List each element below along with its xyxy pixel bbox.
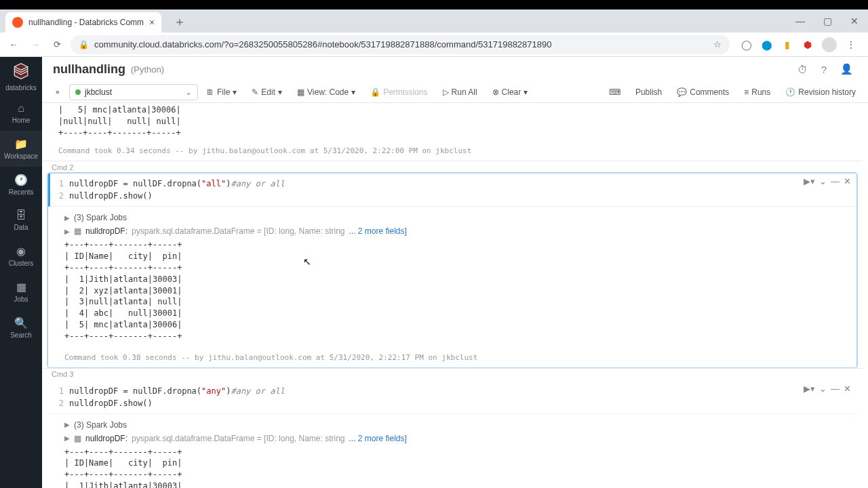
minimize-cell-icon[interactable]: — xyxy=(831,176,840,186)
tab-title: nullhandling - Databricks Comm xyxy=(28,18,144,27)
databricks-logo[interactable] xyxy=(12,62,30,81)
table-icon: ▦ xyxy=(74,226,81,236)
ext-icon-hp[interactable]: ⬤ xyxy=(761,39,773,51)
reload-button[interactable]: ⟳ xyxy=(49,37,65,53)
database-icon: 🗄 xyxy=(16,209,26,222)
run-cell-icon[interactable]: ▶▾ xyxy=(804,176,815,186)
line-gutter: 12 xyxy=(50,178,69,202)
revision-history-button[interactable]: 🕐 Revision history xyxy=(778,84,863,100)
tab-close-icon[interactable]: × xyxy=(149,17,155,28)
cluster-name: jkbclust xyxy=(85,87,112,97)
sidebar-item-search[interactable]: 🔍Search xyxy=(0,310,42,346)
clock-icon: 🕐 xyxy=(14,174,28,186)
close-cell-icon[interactable]: ✕ xyxy=(844,384,851,394)
sidebar-item-data[interactable]: 🗄Data xyxy=(0,203,42,238)
spark-jobs-toggle[interactable]: ▶(3) Spark Jobs xyxy=(48,211,856,224)
cluster-status-dot xyxy=(75,89,81,95)
triangle-right-icon: ▶ xyxy=(64,214,70,222)
maximize-button[interactable]: ▢ xyxy=(814,12,841,30)
output-section-cmd3: ▶(3) Spark Jobs ▶ ▦ nulldropDF: pyspark.… xyxy=(48,414,856,488)
sidebar-item-home[interactable]: ⌂Home xyxy=(0,96,42,131)
help-icon[interactable]: ? xyxy=(817,64,831,75)
url-text: community.cloud.databricks.com/?o=268325… xyxy=(94,39,551,49)
bookmark-icon[interactable]: ☆ xyxy=(713,39,722,49)
code-editor[interactable]: nulldropDF = nullDF.dropna("any")#any or… xyxy=(69,385,856,409)
view-menu[interactable]: ▦ View: Code ▾ xyxy=(290,84,362,100)
table-icon: ▦ xyxy=(74,434,81,443)
dataframe-info[interactable]: ▶ ▦ nulldropDF: pyspark.sql.dataframe.Da… xyxy=(48,224,856,238)
run-cell-icon[interactable]: ▶▾ xyxy=(804,384,815,394)
triangle-right-icon: ▶ xyxy=(64,434,70,442)
notebook-title: nullhandling xyxy=(53,62,125,77)
tab-bar: nullhandling - Databricks Comm × ＋ — ▢ ✕ xyxy=(0,9,868,33)
cluster-selector[interactable]: jkbclust ⌄ xyxy=(69,84,198,100)
edit-menu[interactable]: ✎ Edit ▾ xyxy=(245,84,289,100)
cmd-label-2: Cmd 2 xyxy=(42,161,863,173)
url-input[interactable]: 🔒 community.cloud.databricks.com/?o=2683… xyxy=(71,35,730,54)
code-editor[interactable]: nulldropDF = nullDF.dropna("all")#any or… xyxy=(69,178,856,202)
runs-button[interactable]: ≡ Runs xyxy=(737,84,777,100)
schedule-icon[interactable]: ⏱ xyxy=(793,64,812,75)
expand-cell-icon[interactable]: ⌄ xyxy=(819,176,827,186)
comments-button[interactable]: 💬 Comments xyxy=(670,84,736,100)
run-all-button[interactable]: ▷ Run All xyxy=(436,84,484,100)
triangle-right-icon: ▶ xyxy=(64,228,70,235)
brand-label: databricks xyxy=(5,84,37,92)
ext-icon-3[interactable]: ▮ xyxy=(781,39,793,51)
search-icon: 🔍 xyxy=(14,317,28,329)
sidebar-item-clusters[interactable]: ◉Clusters xyxy=(0,238,42,274)
sidebar-item-workspace[interactable]: 📁Workspace xyxy=(0,131,42,167)
cluster-icon: ◉ xyxy=(16,245,26,258)
lock-icon: 🔒 xyxy=(79,40,89,49)
cmd2-timing: Command took 0.38 seconds -- by jithu.ba… xyxy=(48,352,856,367)
menu-icon[interactable]: ⋮ xyxy=(845,39,857,51)
notebook-body[interactable]: | 5| mnc|atlanta|30006| |null|null| null… xyxy=(42,103,868,488)
toolbar: ⚬ jkbclust ⌄ 🗎 File ▾ ✎ Edit ▾ ▦ View: C… xyxy=(42,81,868,103)
clear-menu[interactable]: ⊗ Clear ▾ xyxy=(486,84,535,100)
profile-icon[interactable] xyxy=(822,37,837,52)
notebook-language: (Python) xyxy=(131,64,164,75)
home-icon: ⌂ xyxy=(18,102,24,115)
code-area-cmd3[interactable]: 12 nulldropDF = nullDF.dropna("any")#any… xyxy=(48,381,856,414)
jobs-icon: ▦ xyxy=(16,281,26,293)
ext-icon-1[interactable]: ◯ xyxy=(741,39,753,51)
cell-controls: ▶▾ ⌄ — ✕ xyxy=(804,176,851,186)
prev-cell-output: | 5| mnc|atlanta|30006| |null|null| null… xyxy=(42,103,863,140)
address-bar: ← → ⟳ 🔒 community.cloud.databricks.com/?… xyxy=(0,33,868,57)
tab-favicon xyxy=(12,17,23,28)
user-icon[interactable]: 👤 xyxy=(836,63,857,75)
file-menu[interactable]: 🗎 File ▾ xyxy=(199,84,243,100)
notebook-header: nullhandling (Python) ⏱ ? 👤 xyxy=(42,57,868,81)
extension-icons: ◯ ⬤ ▮ ⬢ ⋮ xyxy=(735,37,863,52)
cell-cmd3[interactable]: 12 nulldropDF = nullDF.dropna("any")#any… xyxy=(47,380,857,488)
browser-tab[interactable]: nullhandling - Databricks Comm × xyxy=(5,12,161,33)
window-controls: — ▢ ✕ xyxy=(787,9,868,33)
ext-icon-4[interactable]: ⬢ xyxy=(802,39,814,51)
sidebar: databricks ⌂Home 📁Workspace 🕐Recents 🗄Da… xyxy=(0,57,42,488)
code-area-cmd2[interactable]: 12 nulldropDF = nullDF.dropna("all")#any… xyxy=(48,174,856,207)
close-cell-icon[interactable]: ✕ xyxy=(844,176,851,186)
back-button[interactable]: ← xyxy=(5,37,22,53)
new-tab-button[interactable]: ＋ xyxy=(168,11,191,33)
dataframe-info[interactable]: ▶ ▦ nulldropDF: pyspark.sql.dataframe.Da… xyxy=(48,432,856,445)
spark-jobs-toggle[interactable]: ▶(3) Spark Jobs xyxy=(48,418,856,432)
cell-cmd2[interactable]: 12 nulldropDF = nullDF.dropna("all")#any… xyxy=(47,173,857,367)
line-gutter: 12 xyxy=(50,385,69,409)
expand-cell-icon[interactable]: ⌄ xyxy=(819,384,827,394)
detach-icon[interactable]: ⚬ xyxy=(47,84,68,100)
publish-button[interactable]: Publish xyxy=(629,84,669,100)
table-output-cmd3: +---+----+-------+-----+ | ID|Name| city… xyxy=(48,445,856,488)
sidebar-item-recents[interactable]: 🕐Recents xyxy=(0,167,42,203)
table-output-cmd2: +---+----+-------+-----+ | ID|Name| city… xyxy=(48,238,856,343)
sidebar-item-jobs[interactable]: ▦Jobs xyxy=(0,274,42,310)
cell-controls: ▶▾ ⌄ — ✕ xyxy=(804,384,851,394)
close-window-button[interactable]: ✕ xyxy=(841,12,868,30)
keyboard-icon[interactable]: ⌨ xyxy=(602,84,627,100)
chevron-down-icon: ⌄ xyxy=(185,87,192,97)
forward-button[interactable]: → xyxy=(27,37,43,53)
permissions-button: 🔒 Permissions xyxy=(363,84,434,100)
minimize-button[interactable]: — xyxy=(787,12,814,30)
folder-icon: 📁 xyxy=(14,138,28,150)
prev-cell-timing: Command took 0.34 seconds -- by jithu.ba… xyxy=(42,145,863,161)
minimize-cell-icon[interactable]: — xyxy=(831,384,840,394)
